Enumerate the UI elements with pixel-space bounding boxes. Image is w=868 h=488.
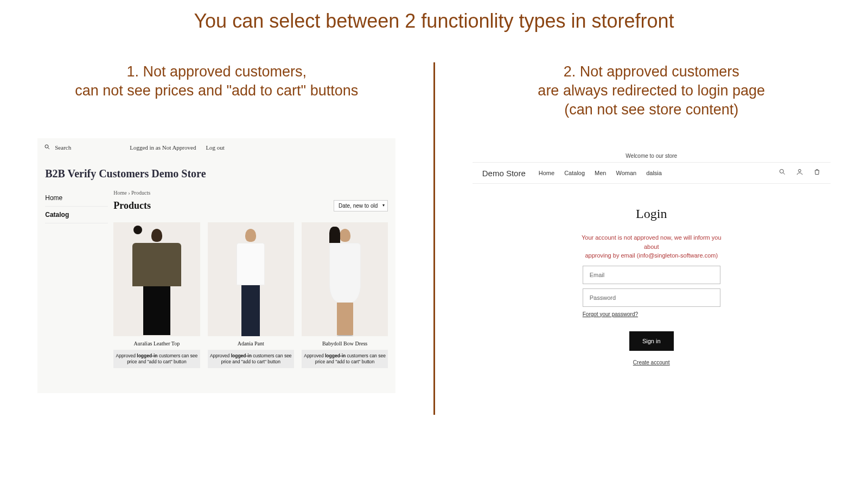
create-account-link[interactable]: Create account — [473, 359, 831, 365]
product-image — [302, 222, 388, 336]
sidebar-item-catalog[interactable]: Catalog — [45, 207, 108, 223]
option-1-heading: 1. Not approved customers, can not see p… — [75, 62, 358, 100]
warn-line2: approving by email (info@singleton-softw… — [581, 251, 722, 260]
welcome-banner: Welcome to our store — [473, 150, 831, 163]
product-card[interactable]: Adania Pant Approved logged-in customers… — [208, 222, 294, 368]
login-form: Login Your account is not approved now, … — [473, 184, 831, 365]
products-heading: Products — [113, 200, 151, 211]
product-name: Adania Pant — [208, 341, 294, 346]
option-2-line1: 2. Not approved customers — [538, 62, 765, 81]
warn-line1: Your account is not approved now, we wil… — [581, 233, 722, 251]
breadcrumb-home[interactable]: Home — [113, 190, 126, 196]
svg-line-1 — [48, 148, 50, 150]
sidebar-item-home[interactable]: Home — [45, 190, 108, 207]
breadcrumb: Home › Products — [113, 190, 388, 196]
product-card[interactable]: Babydoll Bow Dress Approved logged-in cu… — [302, 222, 388, 368]
svg-point-4 — [798, 170, 801, 172]
nav-woman[interactable]: Woman — [616, 170, 636, 176]
main-content: Home › Products Products Date, new to ol… — [108, 190, 395, 368]
svg-line-3 — [783, 173, 785, 175]
store-header: Demo Store Home Catalog Men Woman dalsia — [473, 163, 831, 184]
option-2-column: 2. Not approved customers are always red… — [435, 62, 869, 453]
search-icon[interactable] — [778, 168, 786, 178]
option-1-line2: can not see prices and "add to cart" but… — [75, 81, 358, 100]
breadcrumb-sep: › — [128, 190, 130, 196]
approval-note: Approved logged-in customers can see pri… — [113, 350, 200, 368]
nav-men[interactable]: Men — [595, 170, 606, 176]
storefront-mock-login-redirect: Welcome to our store Demo Store Home Cat… — [473, 150, 831, 365]
product-name: Auralias Leather Top — [113, 341, 200, 346]
nav-home[interactable]: Home — [539, 170, 554, 176]
svg-point-2 — [780, 170, 783, 174]
cart-icon[interactable] — [813, 168, 821, 178]
search-label[interactable]: Search — [55, 144, 71, 151]
approval-warning: Your account is not approved now, we wil… — [581, 233, 722, 260]
sort-select[interactable]: Date, new to old — [334, 200, 388, 211]
search-icon[interactable] — [44, 144, 50, 151]
option-2-line2: are always redirected to login page — [538, 81, 765, 100]
store-logo[interactable]: Demo Store — [482, 169, 526, 178]
comparison-columns: 1. Not approved customers, can not see p… — [0, 62, 868, 453]
logout-link[interactable]: Log out — [206, 144, 225, 151]
storefront-mock-prices-hidden: Search Logged in as Not Approved Log out… — [37, 138, 395, 393]
option-2-heading: 2. Not approved customers are always red… — [538, 62, 765, 119]
email-field[interactable]: Email — [583, 266, 720, 284]
product-image — [113, 222, 200, 336]
product-grid: Auralias Leather Top Approved logged-in … — [113, 222, 388, 368]
main-nav: Home Catalog Men Woman dalsia — [539, 170, 662, 176]
product-image — [208, 222, 294, 336]
product-card[interactable]: Auralias Leather Top Approved logged-in … — [113, 222, 200, 368]
forgot-password-link[interactable]: Forgot your password? — [583, 311, 720, 317]
nav-dalsia[interactable]: dalsia — [646, 170, 662, 176]
login-status: Logged in as Not Approved — [130, 144, 196, 151]
option-2-line3: (can not see store content) — [538, 100, 765, 119]
signin-button[interactable]: Sign in — [629, 331, 674, 351]
page-title: You can select between 2 functionlity ty… — [0, 0, 868, 33]
product-name: Babydoll Bow Dress — [302, 341, 388, 346]
sidebar: Home Catalog — [37, 190, 108, 368]
approval-note: Approved logged-in customers can see pri… — [208, 350, 294, 368]
nav-catalog[interactable]: Catalog — [564, 170, 585, 176]
option-1-line1: 1. Not approved customers, — [75, 62, 358, 81]
option-1-column: 1. Not approved customers, can not see p… — [0, 62, 433, 453]
password-field[interactable]: Password — [583, 288, 720, 307]
header-icons — [778, 168, 821, 178]
login-title: Login — [473, 207, 831, 221]
svg-point-0 — [45, 145, 48, 148]
breadcrumb-products: Products — [131, 190, 150, 196]
approval-note: Approved logged-in customers can see pri… — [302, 350, 388, 368]
store-name: B2B Verify Customers Demo Store — [37, 151, 395, 190]
account-icon[interactable] — [796, 168, 803, 178]
topbar: Search Logged in as Not Approved Log out — [37, 138, 395, 151]
